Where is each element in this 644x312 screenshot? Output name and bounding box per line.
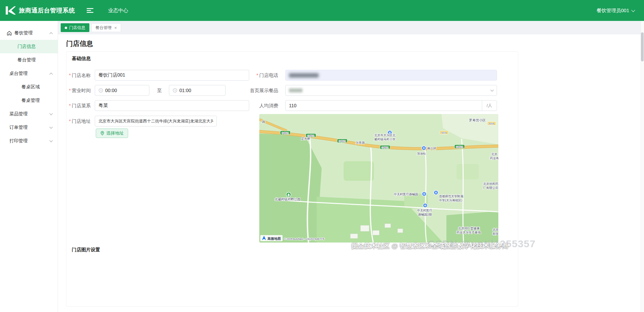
active-dot-icon [65, 27, 67, 29]
sidebar: 餐饮管理 门店信息 餐台管理 桌台管理 餐桌区域 餐桌管理 菜品管理 订单管理 … [0, 21, 58, 312]
map-copyright: © 2025 AutoNavi - GS(2023)4677号 [284, 237, 325, 240]
sidebar-item-label: 菜品管理 [9, 111, 28, 117]
user-name: 餐饮管理员001 [596, 7, 629, 14]
map-canvas: G4501 G4501 G4501 G4501 G4501 5316 5316 [259, 114, 498, 243]
map-green-patch [344, 161, 374, 181]
featured-dish-select[interactable] [285, 85, 497, 96]
sidebar-item-label: 餐台管理 [18, 57, 36, 63]
sidebar-item-label: 打印管理 [9, 138, 28, 144]
tab-table-service[interactable]: 餐台管理 × [91, 23, 121, 32]
map-label: 北威村镇郊野公园 [275, 197, 300, 201]
store-location-map[interactable]: G4501 G4501 G4501 G4501 G4501 5316 5316 [259, 114, 498, 243]
map-label: 北京 [493, 228, 498, 231]
map-label: 药业有 [490, 157, 498, 160]
park-tree-icon [286, 192, 291, 197]
hours-start-input[interactable] [95, 85, 149, 96]
sidebar-item-order-mgmt[interactable]: 订单管理 [0, 121, 58, 134]
chevron-down-icon [491, 88, 494, 92]
sidebar-item-catering-mgmt[interactable]: 餐饮管理 [0, 26, 58, 40]
map-label: 首都师范大学附属 [439, 195, 463, 198]
choose-address-button[interactable]: 选择地址 [96, 129, 128, 138]
clock-icon [98, 88, 103, 93]
store-phone-label: *门店电话 [248, 70, 281, 81]
community-watermark: 掘金技术社区 @ 智慧景区和全域旅游数字化技术服务商 [351, 242, 508, 250]
sidebar-item-print-mgmt[interactable]: 打印管理 [0, 134, 58, 148]
hours-end-input[interactable] [169, 85, 226, 96]
sidebar-item-store-info[interactable]: 门店信息 [0, 40, 58, 53]
sidebar-item-dish-mgmt[interactable]: 菜品管理 [0, 107, 58, 121]
restaurant-icon [7, 31, 12, 36]
tab-bar: 门店信息 餐台管理 × [58, 21, 644, 34]
address-label: *门店地址 [66, 116, 93, 126]
store-phone-input[interactable] [285, 70, 497, 81]
store-name-label: *门店名称 [66, 70, 93, 81]
address-input[interactable] [95, 116, 217, 126]
hospital-poi-icon [422, 192, 427, 196]
map-label: 威村镇马村小学 [374, 138, 396, 141]
route-badge: 5316 [489, 122, 494, 125]
map-pin-icon [100, 131, 105, 136]
sidebar-item-label: 餐饮管理 [14, 30, 33, 36]
user-menu[interactable]: 餐饮管理员001 [596, 7, 635, 14]
images-section-title: 门店图片设置 [72, 247, 100, 253]
sidebar-item-label: 餐桌区域 [22, 84, 40, 90]
scrollbar-track [641, 21, 644, 312]
main-content: 门店信息 基础信息 *门店名称 *门店电话 *营业时间 [58, 34, 644, 312]
avg-spend-input[interactable]: /人 [285, 100, 497, 111]
hours-to-label: 至 [152, 85, 167, 96]
sidebar-item-label: 订单管理 [9, 124, 28, 131]
map-label: 中关村医疗器械园 [394, 193, 418, 196]
chevron-down-icon [50, 139, 53, 142]
scrollbar-thumb[interactable] [641, 32, 644, 61]
page-title: 门店信息 [66, 39, 93, 48]
map-label: 科技 [493, 232, 498, 235]
required-mark: * [69, 88, 71, 93]
map-label: 北京 [491, 152, 497, 156]
map-label: 中关村医疗 [417, 209, 432, 212]
avg-spend-label: 人均消费 [248, 100, 281, 111]
required-mark: * [69, 103, 71, 108]
amap-logo-text: 高德地图 [267, 237, 281, 240]
required-mark: * [69, 118, 71, 124]
store-name-input[interactable] [95, 70, 249, 81]
sidebar-item-desk-mgmt[interactable]: 桌台管理 [0, 67, 58, 80]
map-green-patch [457, 164, 479, 179]
basic-info-section-title: 基础信息 [72, 56, 91, 62]
map-label: 加油站 [417, 152, 426, 155]
cuisine-label: *门店菜系 [66, 100, 93, 111]
chevron-down-icon [50, 125, 53, 129]
chevron-up-icon [50, 73, 53, 76]
app-logo-icon [5, 5, 16, 16]
redacted-phone-value [289, 73, 319, 78]
sidebar-item-table-mgmt[interactable]: 餐桌管理 [0, 94, 58, 107]
interchange-poi-icon [422, 146, 426, 150]
business-hours-label: *营业时间 [66, 85, 93, 96]
chevron-up-icon [50, 32, 53, 35]
road-badge: G4501 [381, 146, 388, 149]
tab-label: 餐台管理 [95, 25, 112, 31]
sidebar-item-label: 餐桌管理 [22, 97, 40, 104]
sidebar-item-label: 桌台管理 [9, 70, 28, 77]
sidebar-item-label: 门店信息 [18, 44, 36, 50]
sidebar-item-table-area[interactable]: 餐桌区域 [0, 80, 58, 94]
map-label: 药业大兴生产基地 [457, 231, 481, 234]
map-label: 北京同仁堂健康 [458, 227, 479, 230]
chevron-down-icon [50, 112, 53, 115]
required-mark: * [69, 73, 71, 78]
store-info-card: 基础信息 *门店名称 *门店电话 *营业时间 [66, 51, 518, 307]
required-mark: * [257, 73, 258, 78]
nav-business-center[interactable]: 业态中心 [108, 7, 128, 14]
cuisine-input[interactable] [95, 100, 249, 111]
clock-icon [173, 88, 177, 93]
redacted-dish-value [289, 88, 302, 92]
sidebar-item-table-service-mgmt[interactable]: 餐台管理 [0, 53, 58, 67]
road-badge: G4501 [307, 135, 314, 137]
app-title: 旅商通后台管理系统 [19, 6, 75, 15]
map-label: 厂有限公司 [483, 186, 498, 190]
road-badge: G4501 [456, 146, 463, 148]
sidebar-collapse-icon[interactable] [87, 8, 93, 13]
chevron-down-icon [631, 8, 635, 12]
tab-store-info[interactable]: 门店信息 [61, 23, 89, 32]
top-bar: 旅商通后台管理系统 业态中心 餐饮管理员001 [0, 0, 644, 21]
close-icon[interactable]: × [114, 26, 117, 30]
